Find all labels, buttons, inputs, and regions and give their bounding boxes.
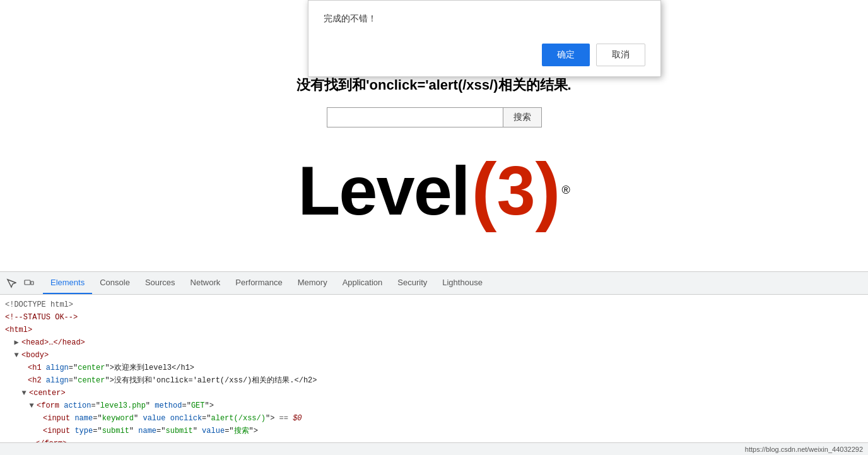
search-button[interactable]: 搜索 [503, 107, 542, 127]
code-line-head: ▶ <head>…</head> [5, 336, 863, 349]
tab-lighthouse[interactable]: Lighthouse [435, 272, 490, 294]
tab-network[interactable]: Network [183, 272, 228, 294]
logo-paren-right: ) [536, 146, 561, 233]
tab-memory[interactable]: Memory [290, 272, 335, 294]
dialog-buttons: 确定 取消 [324, 44, 645, 66]
device-toggle-icon[interactable] [20, 275, 38, 292]
logo-three: 3 [496, 150, 535, 230]
tab-performance[interactable]: Performance [228, 272, 290, 294]
search-result-text: 没有找到和'onclick='alert(/xss/)相关的结果. [296, 76, 571, 95]
dialog-cancel-button[interactable]: 取消 [596, 44, 645, 66]
code-line-h2: <h2 align="center">没有找到和'onclick='alert(… [5, 374, 863, 387]
page-area: 完成的不错！ 确定 取消 没有找到和'onclick='alert(/xss/)… [0, 0, 868, 271]
tab-elements[interactable]: Elements [43, 272, 92, 294]
logo-area: Level ( 3 ) ® [298, 146, 570, 233]
code-line-form-close: </form> [5, 437, 863, 442]
logo-paren-left: ( [471, 146, 496, 233]
devtools-content: <!DOCTYPE html> <!--STATUS OK--> <html> … [0, 295, 868, 442]
logo-level-text: Level [298, 150, 469, 230]
devtools-panel: Elements Console Sources Network Perform… [0, 271, 868, 455]
dialog-message: 完成的不错！ [324, 13, 645, 25]
status-url: https://blog.csdn.net/weixin_44032292 [745, 446, 863, 453]
inspect-icon[interactable] [3, 275, 20, 292]
code-line-doctype: <!DOCTYPE html> [5, 298, 863, 311]
svg-rect-1 [31, 281, 33, 285]
svg-rect-0 [25, 280, 30, 285]
search-form: 搜索 [327, 107, 542, 127]
code-line-input-submit: <input type="submit" name="submit" value… [5, 425, 863, 437]
code-line-center: ▼ <center> [5, 387, 863, 399]
tab-security[interactable]: Security [390, 272, 435, 294]
tab-application[interactable]: Application [335, 272, 390, 294]
tab-console[interactable]: Console [92, 272, 138, 294]
code-line-html: <html> [5, 324, 863, 336]
alert-dialog: 完成的不错！ 确定 取消 [308, 0, 661, 77]
code-line-h1: <h1 align="center">欢迎来到level3</h1> [5, 362, 863, 374]
devtools-toolbar: Elements Console Sources Network Perform… [0, 272, 868, 295]
tab-sources[interactable]: Sources [138, 272, 183, 294]
dialog-confirm-button[interactable]: 确定 [542, 44, 590, 66]
search-input[interactable] [327, 107, 503, 127]
status-bar: https://blog.csdn.net/weixin_44032292 [0, 442, 868, 455]
logo-registered: ® [562, 184, 570, 197]
code-line-input-keyword: <input name="keyword" value onclick="ale… [5, 412, 863, 425]
code-line-body: ▼ <body> [5, 349, 863, 362]
code-line-form: ▼ <form action="level3.php" method="GET"… [5, 399, 863, 412]
devtools-tabs: Elements Console Sources Network Perform… [43, 272, 490, 294]
code-line-comment: <!--STATUS OK--> [5, 311, 863, 324]
